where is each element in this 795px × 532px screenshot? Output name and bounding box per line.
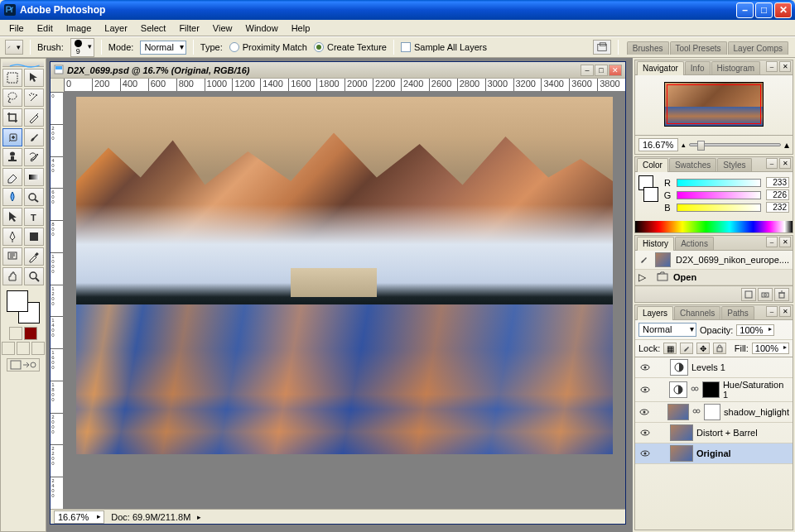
- new-doc-from-state[interactable]: [741, 288, 756, 301]
- g-slider[interactable]: [677, 191, 761, 199]
- panel-close[interactable]: ✕: [779, 158, 791, 169]
- history-snapshot[interactable]: D2X_0699_nikon_europe....: [635, 251, 793, 270]
- zoom-out-icon[interactable]: ▴: [682, 141, 686, 149]
- well-tab-tool-presets[interactable]: Tool Presets: [670, 41, 727, 55]
- delete-state[interactable]: [774, 288, 789, 301]
- menu-image[interactable]: Image: [60, 22, 98, 35]
- tool-preset-picker[interactable]: [5, 40, 23, 55]
- lock-pixels[interactable]: [680, 343, 693, 354]
- zoom-field[interactable]: 16.67%: [54, 510, 104, 524]
- hand-tool[interactable]: [2, 267, 22, 285]
- blur-tool[interactable]: [2, 188, 22, 206]
- panel-minimize[interactable]: –: [766, 306, 778, 317]
- gradient-tool[interactable]: [24, 168, 44, 186]
- layer-row[interactable]: Original: [635, 443, 793, 464]
- move-tool[interactable]: [24, 69, 44, 87]
- b-slider[interactable]: [677, 204, 761, 212]
- quickmask-standard[interactable]: [9, 327, 22, 340]
- color-swatches[interactable]: [7, 290, 40, 324]
- visibility-icon[interactable]: [638, 426, 652, 439]
- layer-row[interactable]: shadow_higlight: [635, 402, 793, 423]
- doc-maximize-button[interactable]: □: [595, 65, 608, 76]
- layer-row[interactable]: Hue/Saturation 1: [635, 378, 793, 402]
- marquee-tool[interactable]: [2, 69, 22, 87]
- doc-close-button[interactable]: ✕: [609, 65, 622, 76]
- radio-create-texture[interactable]: Create Texture: [314, 42, 387, 52]
- opacity-field[interactable]: 100%▸: [736, 324, 773, 336]
- color-spectrum[interactable]: [635, 221, 793, 232]
- layer-row[interactable]: Distort + Barrel: [635, 423, 793, 443]
- path-select-tool[interactable]: [2, 208, 22, 226]
- stamp-tool[interactable]: [2, 148, 22, 166]
- shape-tool[interactable]: [24, 228, 44, 246]
- b-value[interactable]: 232: [766, 202, 789, 213]
- screen-mode-3[interactable]: [31, 342, 45, 355]
- slice-tool[interactable]: [24, 108, 44, 127]
- tab-history[interactable]: History: [637, 237, 674, 251]
- tab-styles[interactable]: Styles: [717, 158, 751, 171]
- foreground-color[interactable]: [7, 290, 28, 312]
- screen-mode-1[interactable]: [2, 342, 15, 355]
- notes-tool[interactable]: [2, 247, 22, 266]
- color-bg[interactable]: [643, 187, 658, 202]
- brush-tool[interactable]: [24, 128, 44, 146]
- lock-all[interactable]: [713, 343, 726, 354]
- menu-layer[interactable]: Layer: [99, 22, 133, 35]
- panel-close[interactable]: ✕: [779, 306, 791, 317]
- menu-filter[interactable]: Filter: [173, 22, 205, 35]
- lock-transparency[interactable]: ▦: [663, 343, 677, 354]
- tab-histogram[interactable]: Histogram: [711, 61, 761, 74]
- menu-help[interactable]: Help: [286, 22, 316, 35]
- navigator-thumbnail[interactable]: [664, 82, 764, 127]
- radio-proximity[interactable]: Proximity Match: [229, 42, 307, 52]
- zoom-slider[interactable]: [689, 143, 781, 146]
- tab-actions[interactable]: Actions: [675, 237, 714, 250]
- healing-brush-tool[interactable]: [2, 128, 22, 146]
- type-tool[interactable]: T: [24, 208, 44, 226]
- pen-tool[interactable]: [2, 228, 22, 246]
- well-tab-layer-comps[interactable]: Layer Comps: [728, 41, 788, 55]
- close-button[interactable]: ✕: [774, 2, 792, 18]
- menu-edit[interactable]: Edit: [31, 22, 59, 35]
- g-value[interactable]: 226: [766, 189, 789, 200]
- tab-layers[interactable]: Layers: [637, 306, 673, 320]
- visibility-icon[interactable]: [638, 405, 651, 419]
- history-brush-tool[interactable]: [24, 148, 44, 166]
- lasso-tool[interactable]: [2, 89, 22, 107]
- document-canvas[interactable]: [64, 92, 625, 509]
- menu-select[interactable]: Select: [135, 22, 172, 35]
- menu-window[interactable]: Window: [240, 22, 284, 35]
- menu-view[interactable]: View: [207, 22, 238, 35]
- brush-picker[interactable]: 9 ▾: [70, 38, 94, 57]
- mode-select[interactable]: Normal: [140, 41, 186, 55]
- zoom-in-icon[interactable]: ▴: [784, 139, 789, 151]
- tab-info[interactable]: Info: [685, 61, 711, 74]
- brush-target-icon[interactable]: [638, 253, 650, 266]
- file-browser-button[interactable]: [593, 40, 611, 55]
- tab-channels[interactable]: Channels: [674, 306, 720, 319]
- tab-swatches[interactable]: Swatches: [669, 158, 716, 171]
- tab-navigator[interactable]: Navigator: [637, 61, 684, 75]
- maximize-button[interactable]: □: [755, 2, 773, 18]
- fill-field[interactable]: 100%▸: [752, 343, 789, 354]
- new-snapshot[interactable]: [758, 288, 773, 301]
- tab-paths[interactable]: Paths: [721, 306, 754, 319]
- panel-minimize[interactable]: –: [766, 237, 778, 247]
- r-slider[interactable]: [677, 179, 761, 187]
- panel-close[interactable]: ✕: [779, 237, 791, 247]
- visibility-icon[interactable]: [638, 447, 652, 460]
- crop-tool[interactable]: [2, 108, 22, 127]
- panel-minimize[interactable]: –: [766, 158, 778, 169]
- menu-file[interactable]: File: [3, 22, 30, 35]
- doc-minimize-button[interactable]: –: [581, 65, 594, 76]
- minimize-button[interactable]: –: [736, 2, 754, 18]
- dodge-tool[interactable]: [24, 188, 44, 206]
- lock-position[interactable]: ✥: [696, 343, 710, 354]
- wand-tool[interactable]: [24, 89, 44, 107]
- checkbox-sample-all-layers[interactable]: Sample All Layers: [401, 42, 487, 52]
- jump-to-imageready[interactable]: [7, 358, 40, 371]
- r-value[interactable]: 233: [766, 177, 789, 188]
- quickmask-mask[interactable]: [24, 327, 37, 340]
- navigator-zoom-field[interactable]: 16.67%: [638, 138, 678, 151]
- screen-mode-2[interactable]: [17, 342, 30, 355]
